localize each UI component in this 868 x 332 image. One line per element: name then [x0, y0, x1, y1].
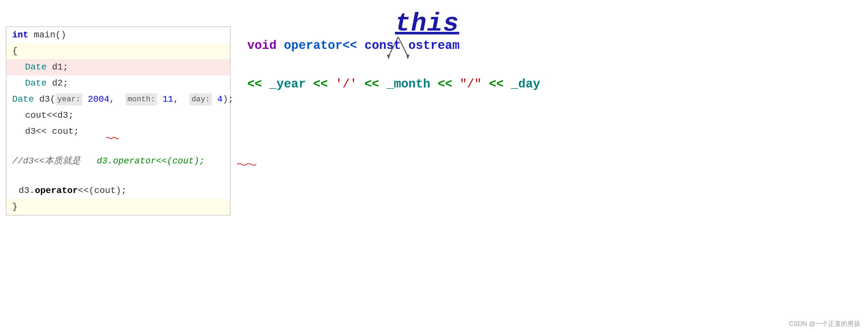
d3-cout-text: d3<< cout; — [25, 125, 79, 138]
line-date-d2: Date d2; — [6, 75, 230, 91]
right-panel: this void operator<< const ostream << _y… — [241, 0, 868, 332]
keyword-int: int — [12, 28, 28, 42]
watermark: CSDN @一个正直的男孩 — [789, 320, 860, 328]
param-year-label: year: — [55, 93, 82, 106]
line-brace-open: { — [6, 43, 230, 59]
squiggly-icon — [106, 136, 119, 140]
param-month-label: month: — [126, 93, 157, 106]
code-panel: int main() { Date d1; Date d2; Date d3( … — [6, 26, 230, 216]
line-comment: //d3<<本质就是 d3.operator<<(cout); — [6, 140, 230, 183]
operator-keyword: operator — [35, 184, 78, 197]
line-date-d1: Date d1; — [6, 59, 230, 75]
year-value: 2004 — [82, 93, 109, 106]
day-value: 4 — [212, 93, 223, 106]
param-day-label: day: — [189, 93, 212, 106]
void-operator-line: void operator<< const ostream — [247, 38, 460, 52]
brace-close-text: } — [12, 200, 18, 214]
keyword-date-1: Date — [25, 60, 46, 74]
month-value: 11 — [157, 93, 173, 106]
keyword-date-3: Date — [12, 93, 34, 106]
svg-marker-2 — [387, 55, 390, 59]
cout-text: cout<<d3; — [25, 109, 73, 122]
this-label: this — [395, 9, 459, 38]
line-int-main: int main() — [6, 27, 230, 43]
line-brace-close: } — [6, 199, 230, 215]
comment-text: //d3<<本质就是 — [12, 155, 97, 168]
d3-text: d3. — [19, 184, 35, 197]
line-operator-call: d3.operator<<(cout); — [6, 183, 230, 199]
keyword-date-2: Date — [25, 77, 46, 90]
svg-marker-3 — [406, 55, 409, 59]
line-cout-d3: cout<<d3; — [6, 107, 230, 123]
line-date-d3: Date d3( year: 2004 , month: 11 , day: 4… — [6, 91, 230, 107]
stream-output-line: << _year << '/' << _month << "/" << _day — [247, 77, 540, 91]
comment-italic: d3.operator<<(cout); — [97, 155, 205, 168]
brace-open-text: { — [12, 45, 18, 58]
